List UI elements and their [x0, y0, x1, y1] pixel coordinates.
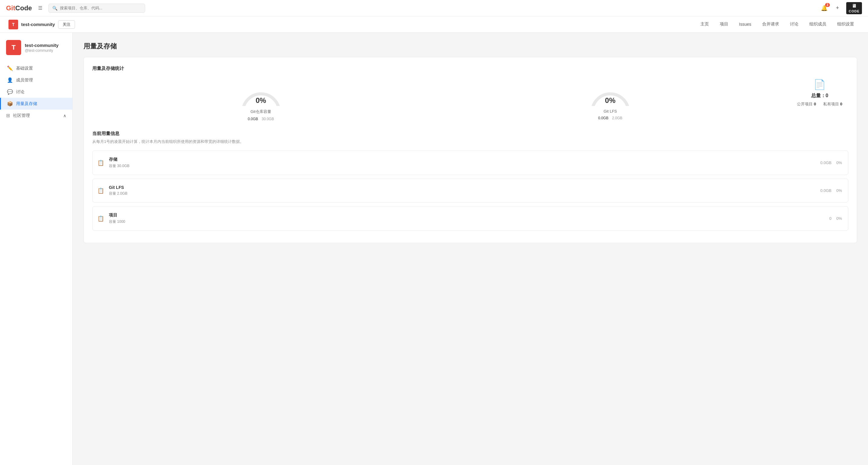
- sidebar: T test-community @test-community ✏️ 基础设置…: [0, 33, 72, 465]
- git-lfs-info: Git LFS 容量 2.0GB: [109, 185, 815, 196]
- git-lfs-values: 0.0GB 0%: [820, 188, 842, 193]
- git-repo-range: 0.0GB 30.0GB: [248, 117, 274, 121]
- sidebar-label-usage-storage: 用量及存储: [16, 101, 37, 107]
- follow-button[interactable]: 关注: [58, 20, 75, 29]
- org-nav-members[interactable]: 组织成员: [804, 16, 832, 33]
- public-value: 0: [814, 102, 816, 106]
- search-icon: 🔍: [52, 6, 58, 10]
- community-icon: ⊞: [6, 113, 10, 118]
- project-values: 0 0%: [829, 216, 842, 221]
- git-repo-gauge-center: 0%: [255, 96, 266, 105]
- git-lfs-item-capacity: 容量 2.0GB: [109, 191, 815, 196]
- git-lfs-list-icon: 📋: [97, 187, 104, 194]
- org-identity: T test-community 关注: [8, 20, 75, 29]
- sidebar-label-community-mgmt: 社区管理: [13, 113, 30, 118]
- storage-icon: 📦: [7, 101, 13, 107]
- usage-section: 当前用量信息 从每月1号的凌晨开始计算，统计本月内当前组织所使用的资源和带宽的详…: [92, 131, 848, 231]
- git-lfs-item-percent: 0%: [836, 188, 842, 193]
- org-nav-merge-requests[interactable]: 合并请求: [757, 16, 784, 33]
- projects-counts: 公开项目 0 私有项目 0: [797, 101, 842, 107]
- logo-git: Git: [6, 4, 16, 12]
- discussion-icon: 💬: [7, 89, 13, 95]
- sidebar-org-handle: @test-community: [25, 49, 59, 53]
- sidebar-label-basic-settings: 基础设置: [16, 66, 33, 71]
- search-input[interactable]: [60, 6, 141, 10]
- git-lfs-range: 0.0GB 2.0GB: [598, 116, 622, 120]
- org-nav-discussions[interactable]: 讨论: [784, 16, 804, 33]
- top-nav: GitCode ☰ 🔍 🔔 3 + 🖥 CODE: [0, 0, 868, 16]
- private-projects: 私有项目 0: [823, 101, 842, 107]
- sidebar-item-basic-settings[interactable]: ✏️ 基础设置: [0, 62, 72, 74]
- storage-used: 0.0GB: [820, 161, 831, 165]
- git-repo-percent: 0%: [255, 96, 266, 105]
- public-projects: 公开项目 0: [797, 101, 816, 107]
- git-lfs-gauge-center: 0%: [605, 96, 616, 105]
- code-monitor: 🖥 CODE: [846, 2, 862, 14]
- org-avatar: T: [8, 20, 18, 29]
- projects-stat: 📄 总量：0 公开项目 0 私有项目 0: [791, 79, 848, 107]
- git-lfs-total: 2.0GB: [612, 116, 622, 120]
- project-percent: 0%: [836, 216, 842, 221]
- sidebar-item-community-mgmt[interactable]: ⊞ 社区管理 ∧: [0, 110, 72, 121]
- org-nav-projects[interactable]: 项目: [714, 16, 734, 33]
- project-capacity-label: 容量: [109, 220, 116, 224]
- page-title: 用量及存储: [84, 42, 857, 51]
- chevron-up-icon: ∧: [63, 113, 66, 118]
- git-lfs-gauge-wrap: 0%: [586, 79, 634, 106]
- git-repo-total: 30.0GB: [261, 117, 274, 121]
- sidebar-label-discussions: 讨论: [16, 89, 25, 95]
- storage-name: 存储: [109, 157, 815, 162]
- storage-capacity-label: 容量: [109, 164, 116, 168]
- git-lfs-item-used: 0.0GB: [820, 188, 831, 193]
- org-nav-settings[interactable]: 组织设置: [832, 16, 860, 33]
- project-item-capacity: 容量 1000: [109, 219, 825, 224]
- project-capacity-value: 1000: [117, 220, 125, 224]
- org-nav-links: 主页 项目 Issues 合并请求 讨论 组织成员 组织设置: [695, 16, 860, 33]
- git-lfs-percent: 0%: [605, 96, 616, 105]
- sidebar-item-discussions[interactable]: 💬 讨论: [0, 86, 72, 98]
- usage-item-project: 📋 项目 容量 1000 0 0%: [92, 206, 848, 231]
- org-nav-home[interactable]: 主页: [695, 16, 714, 33]
- storage-info: 存储 容量 30.0GB: [109, 157, 815, 169]
- git-lfs-gauge: 0% Git LFS 0.0GB 2.0GB: [441, 79, 779, 120]
- sidebar-org-name: test-community: [25, 43, 59, 48]
- notification-badge: 3: [825, 3, 830, 7]
- hamburger-button[interactable]: ☰: [37, 4, 43, 12]
- notification-button[interactable]: 🔔 3: [819, 4, 829, 13]
- storage-list-icon: 📋: [97, 159, 104, 166]
- member-icon: 👤: [7, 77, 13, 83]
- logo[interactable]: GitCode: [6, 4, 32, 12]
- storage-capacity-value: 30.0GB: [117, 164, 129, 168]
- stats-section-title: 用量及存储统计: [92, 66, 848, 71]
- usage-item-storage: 📋 存储 容量 30.0GB 0.0GB 0%: [92, 150, 848, 175]
- sidebar-item-member-mgmt[interactable]: 👤 成员管理: [0, 74, 72, 86]
- project-info: 项目 容量 1000: [109, 212, 825, 224]
- add-button[interactable]: +: [835, 4, 840, 12]
- git-lfs-capacity-label: 容量: [109, 191, 116, 196]
- main-content: 用量及存储 用量及存储统计 0%: [72, 33, 868, 465]
- private-value: 0: [840, 102, 842, 106]
- project-list-icon: 📋: [97, 215, 104, 222]
- storage-values: 0.0GB 0%: [820, 161, 842, 165]
- sidebar-org-info: test-community @test-community: [25, 43, 59, 53]
- projects-total-label: 总量：: [811, 93, 826, 98]
- private-label: 私有项目: [823, 102, 839, 106]
- git-repo-used: 0.0GB: [248, 117, 258, 121]
- usage-title: 当前用量信息: [92, 131, 848, 137]
- git-repo-gauge-wrap: 0%: [237, 79, 285, 106]
- project-used: 0: [829, 216, 831, 221]
- projects-total: 总量：0: [811, 93, 828, 99]
- git-repo-label: Git仓库容量: [250, 109, 271, 114]
- code-label: CODE: [849, 9, 860, 13]
- usage-desc: 从每月1号的凌晨开始计算，统计本月内当前组织所使用的资源和带宽的详细统计数据。: [92, 139, 848, 144]
- usage-item-git-lfs: 📋 Git LFS 容量 2.0GB 0.0GB 0%: [92, 179, 848, 203]
- sidebar-item-usage-storage[interactable]: 📦 用量及存储: [0, 98, 72, 110]
- main-layout: T test-community @test-community ✏️ 基础设置…: [0, 33, 868, 465]
- main-card: 用量及存储统计 0% Git仓库容量: [84, 57, 857, 243]
- git-lfs-used: 0.0GB: [598, 116, 609, 120]
- git-repo-gauge: 0% Git仓库容量 0.0GB 30.0GB: [92, 79, 430, 121]
- sidebar-org: T test-community @test-community: [0, 40, 72, 62]
- org-nav-issues[interactable]: Issues: [734, 16, 757, 33]
- sidebar-label-member-mgmt: 成员管理: [16, 78, 33, 83]
- storage-percent: 0%: [836, 161, 842, 165]
